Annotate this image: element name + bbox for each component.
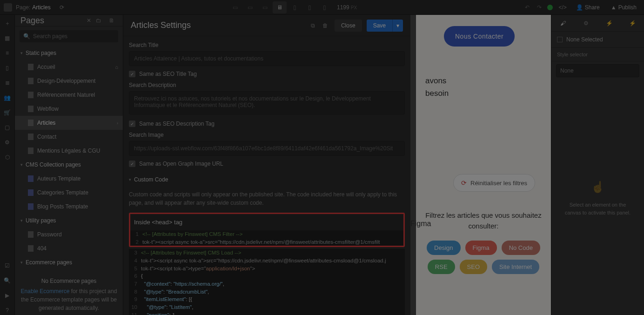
navigator-icon[interactable]: ≡: [3, 48, 12, 58]
pointer-icon: ☝: [591, 179, 605, 195]
same-seo-desc-checkbox[interactable]: ✓: [129, 121, 135, 127]
page-item[interactable]: Mentions Légales & CGU: [15, 144, 123, 158]
page-item[interactable]: Référencement Naturel: [15, 88, 123, 102]
style-tab-icon[interactable]: 🖌: [557, 17, 570, 30]
save-button[interactable]: Save: [367, 20, 392, 32]
search-title-label: Search Title: [129, 42, 405, 48]
help-icon[interactable]: ?: [3, 306, 12, 315]
publish-button[interactable]: ▲ Publish: [607, 2, 640, 13]
search-image-input[interactable]: [129, 141, 405, 156]
section-utility-pages[interactable]: Utility pages: [15, 214, 123, 228]
section-cms-pages[interactable]: CMS Collection pages: [15, 158, 123, 172]
page-item[interactable]: Webflow: [15, 102, 123, 116]
left-toolbar: ＋ ▦ ≡ ▯ ≣ 👥 🛒 ▢ ⚙ ⬡ ☑ 🔍 ▶ ?: [0, 15, 15, 315]
share-button[interactable]: 👤 Share: [572, 2, 604, 13]
head-code-editor[interactable]: 1<!-- [Attributes by Finsweet] CMS Filte…: [130, 230, 403, 246]
canvas-word-figma: Figma: [410, 220, 431, 228]
ecommerce-icon[interactable]: 🛒: [3, 108, 12, 117]
redo-icon[interactable]: ↷: [535, 2, 543, 13]
effects-tab-icon[interactable]: ⚡: [626, 17, 639, 30]
none-selected-checkbox[interactable]: [557, 37, 563, 42]
page-name[interactable]: Articles: [32, 4, 50, 11]
file-icon[interactable]: ▯: [3, 63, 12, 73]
assets-icon[interactable]: ▢: [3, 123, 12, 132]
reset-filters-button[interactable]: ⟳Réinitialiser les filtres: [453, 174, 535, 192]
search-icon: 🔍: [23, 33, 30, 40]
canvas-text: avonsbesoin: [425, 74, 542, 100]
device-mobile-icon[interactable]: ▯: [317, 1, 331, 13]
delete-icon[interactable]: 🗑: [322, 22, 329, 29]
pages-icon[interactable]: ▦: [3, 34, 12, 43]
device-md-icon[interactable]: ▭: [258, 1, 272, 13]
cms-icon[interactable]: ≣: [3, 78, 12, 87]
custom-code-section[interactable]: Custom Code: [129, 172, 405, 188]
page-item[interactable]: Articles›: [15, 116, 123, 130]
filter-tag[interactable]: SEO: [460, 260, 487, 274]
reset-icon: ⟳: [461, 179, 467, 187]
search-icon[interactable]: 🔍: [3, 276, 12, 285]
enable-ecommerce-link[interactable]: Enable Ecommerce: [21, 288, 70, 295]
filter-tag[interactable]: Site Internet: [492, 260, 539, 274]
filter-tag[interactable]: Figma: [465, 241, 497, 255]
filter-label: Filtrez les articles que vous souhaitez …: [425, 210, 542, 231]
canvas[interactable]: Nous Contacter avonsbesoin ⟳Réinitialise…: [410, 15, 551, 315]
section-static-pages[interactable]: Static pages: [15, 46, 123, 60]
close-button[interactable]: Close: [335, 20, 362, 32]
head-code-editor-cont[interactable]: 3<!-- [Attributes by Finsweet] CMS Load …: [129, 249, 405, 315]
device-mobile-l-icon[interactable]: ▯: [302, 1, 316, 13]
add-element-icon[interactable]: ＋: [3, 19, 12, 28]
code-icon[interactable]: </>: [557, 2, 568, 13]
page-icon: [28, 106, 34, 112]
head-tag-label: Inside <head> tag: [130, 214, 403, 230]
canvas-width[interactable]: 1199PX: [337, 4, 357, 11]
template-icon: [28, 189, 34, 196]
style-selector-input[interactable]: [556, 64, 639, 77]
new-folder-icon[interactable]: 🗀: [93, 15, 104, 26]
page-item[interactable]: Contact: [15, 130, 123, 144]
pages-panel-title: Pages: [20, 16, 83, 26]
search-desc-label: Search Description: [129, 82, 405, 88]
close-panel-icon[interactable]: ✕: [87, 17, 91, 24]
apps-icon[interactable]: ⬡: [3, 153, 12, 162]
filter-tag[interactable]: Design: [427, 241, 460, 255]
device-desktop-icon[interactable]: 🖥: [273, 1, 287, 13]
search-title-input[interactable]: [129, 51, 405, 66]
interactions-tab-icon[interactable]: ⚡: [603, 17, 616, 30]
save-dropdown-icon[interactable]: ▾: [392, 20, 403, 32]
page-item[interactable]: Accueil⌂: [15, 60, 123, 74]
search-pages-input[interactable]: 🔍: [20, 30, 118, 42]
new-page-icon[interactable]: 🗎: [106, 15, 117, 26]
empty-state: ☝ Select an element on the canvas to act…: [551, 80, 644, 315]
same-seo-title-checkbox[interactable]: ✓: [129, 71, 135, 77]
page-item[interactable]: Password: [15, 228, 123, 241]
webflow-logo-icon[interactable]: [4, 3, 12, 12]
page-item[interactable]: Design-Développement: [15, 74, 123, 88]
video-icon[interactable]: ▶: [3, 291, 12, 300]
search-desc-input[interactable]: Retrouvez ici nos astuces, nos tutoriels…: [129, 91, 405, 114]
page-item[interactable]: Auteurs Template: [15, 172, 123, 186]
page-item[interactable]: 404: [15, 241, 123, 255]
page-icon: [28, 120, 34, 126]
device-xl-icon[interactable]: ▭: [228, 1, 242, 13]
page-icon: [28, 147, 34, 154]
device-tablet-icon[interactable]: ▯: [288, 1, 302, 13]
refresh-icon[interactable]: ⟳: [56, 2, 67, 13]
settings-tab-icon[interactable]: ⚙: [580, 17, 593, 30]
page-item[interactable]: Categories Template: [15, 186, 123, 200]
page-item[interactable]: Blog Posts Template: [15, 200, 123, 214]
template-icon: [28, 203, 34, 210]
users-icon[interactable]: 👥: [3, 93, 12, 102]
device-lg-icon[interactable]: ▭: [243, 1, 257, 13]
contact-button[interactable]: Nous Contacter: [444, 26, 515, 47]
page-icon: [28, 92, 34, 98]
audit-icon[interactable]: ☑: [3, 261, 12, 270]
style-panel: 🖌 ⚙ ⚡ ⚡ None Selected Style selector ☝ S…: [551, 15, 644, 315]
device-breakpoints: ▭ ▭ ▭ 🖥 ▯ ▯ ▯: [228, 1, 331, 13]
duplicate-icon[interactable]: ⧉: [309, 22, 317, 29]
filter-tag[interactable]: No Code: [502, 241, 540, 255]
section-ecommerce-pages[interactable]: Ecommerce pages: [15, 255, 123, 269]
same-og-checkbox[interactable]: ✓: [129, 161, 135, 167]
settings-icon[interactable]: ⚙: [3, 138, 12, 147]
undo-icon[interactable]: ↶: [523, 2, 531, 13]
filter-tag[interactable]: RSE: [428, 260, 455, 274]
